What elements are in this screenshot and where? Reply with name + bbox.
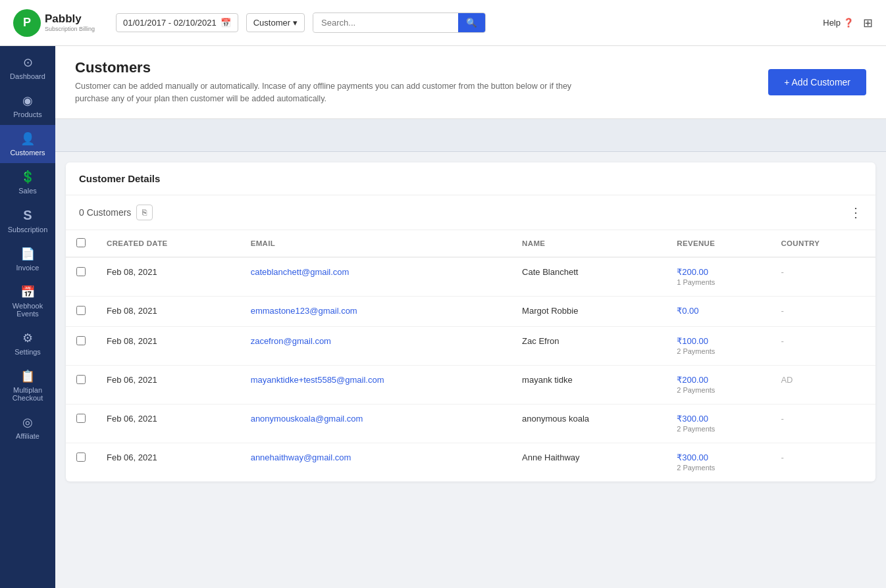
email-link[interactable]: annehaithway@gmail.com [251, 453, 352, 462]
col-name: NAME [511, 230, 666, 257]
revenue-amount: ₹200.00 [677, 267, 708, 277]
email-link[interactable]: anonymouskoala@gmail.com [251, 414, 363, 424]
row-select-checkbox[interactable] [76, 375, 86, 384]
cell-name: anonymous koala [511, 404, 666, 443]
row-select-checkbox[interactable] [76, 267, 86, 276]
sidebar-item-products[interactable]: ◉ Products [0, 87, 55, 125]
country-value: AD [781, 375, 793, 385]
sidebar-item-customers[interactable]: 👤 Customers [0, 125, 55, 163]
sidebar-item-settings[interactable]: ⚙ Settings [0, 324, 55, 362]
content-area: Customers Customer can be added manually… [55, 46, 886, 588]
payments-label: 2 Payments [677, 347, 715, 355]
customer-details-card: Customer Details 0 Customers ⎘ ⋮ CREATED… [66, 162, 875, 481]
more-options-button[interactable]: ⋮ [849, 206, 862, 219]
date-picker[interactable]: 01/01/2017 - 02/10/2021 📅 [116, 13, 238, 32]
email-link[interactable]: mayanktidke+test5585@gmail.com [251, 375, 384, 385]
sidebar-label-sales: Sales [18, 187, 37, 195]
cell-created-date: Feb 08, 2021 [96, 257, 240, 297]
col-revenue: REVENUE [666, 230, 770, 257]
payments-label: 2 Payments [677, 464, 715, 472]
customer-details-title: Customer Details [66, 162, 875, 195]
webhook-icon: 📅 [20, 285, 35, 299]
sidebar-item-subscription[interactable]: S Subscription [0, 201, 55, 240]
table-card-toolbar: 0 Customers ⎘ ⋮ [66, 195, 875, 230]
date-range-value: 01/01/2017 - 02/10/2021 [123, 18, 217, 28]
select-all-checkbox[interactable] [76, 238, 86, 247]
row-select-checkbox[interactable] [76, 414, 86, 423]
sidebar-label-multiplan: Multiplan Checkout [4, 386, 51, 402]
customers-icon: 👤 [20, 132, 35, 146]
page-header-left: Customers Customer can be added manually… [75, 59, 588, 105]
cell-country: AD [770, 365, 875, 404]
brand-name: Pabbly [45, 12, 95, 26]
cell-revenue: ₹200.00 1 Payments [666, 257, 770, 297]
country-value: - [781, 336, 783, 346]
cell-created-date: Feb 06, 2021 [96, 443, 240, 481]
sidebar-item-multiplan-checkout[interactable]: 📋 Multiplan Checkout [0, 362, 55, 408]
cell-revenue: ₹100.00 2 Payments [666, 326, 770, 365]
sidebar-label-invoice: Invoice [16, 264, 39, 272]
help-button[interactable]: Help ❓ [823, 18, 854, 28]
row-select-checkbox[interactable] [76, 453, 86, 462]
col-country: COUNTRY [770, 230, 875, 257]
sidebar-item-dashboard[interactable]: ⊙ Dashboard [0, 49, 55, 87]
payments-label: 2 Payments [677, 386, 715, 394]
cell-created-date: Feb 08, 2021 [96, 326, 240, 365]
table-header-row: CREATED DATE EMAIL NAME REVENUE COUNTRY [66, 230, 875, 257]
topbar: P Pabbly Subscription Billing 01/01/2017… [0, 0, 886, 46]
sidebar-item-invoice[interactable]: 📄 Invoice [0, 240, 55, 278]
revenue-amount: ₹300.00 [677, 453, 708, 462]
sidebar-label-affiliate: Affiliate [16, 432, 39, 440]
grid-icon[interactable]: ⊞ [863, 16, 873, 30]
logo-text: Pabbly Subscription Billing [45, 12, 95, 33]
row-checkbox [66, 404, 96, 443]
sidebar-label-customers: Customers [10, 149, 45, 157]
payments-label: 1 Payments [677, 278, 715, 286]
sidebar-item-affiliate[interactable]: ◎ Affiliate [0, 408, 55, 447]
export-button[interactable]: ⎘ [136, 205, 153, 220]
row-checkbox [66, 326, 96, 365]
col-created-date: CREATED DATE [96, 230, 240, 257]
cell-email: cateblanchett@gmail.com [240, 257, 511, 297]
add-customer-button[interactable]: + Add Customer [768, 69, 866, 95]
customers-table: CREATED DATE EMAIL NAME REVENUE COUNTRY … [66, 230, 875, 481]
search-type-label: Customer [253, 18, 290, 28]
cell-revenue: ₹0.00 [666, 296, 770, 326]
main-layout: ⊙ Dashboard ◉ Products 👤 Customers 💲 Sal… [0, 46, 886, 588]
page-title: Customers [75, 59, 588, 76]
cell-created-date: Feb 06, 2021 [96, 365, 240, 404]
table-row: Feb 06, 2021 annehaithway@gmail.com Anne… [66, 443, 875, 481]
country-value: - [781, 453, 783, 462]
row-select-checkbox[interactable] [76, 306, 86, 315]
revenue-amount: ₹200.00 [677, 375, 708, 385]
table-row: Feb 08, 2021 emmastone123@gmail.com Marg… [66, 296, 875, 326]
search-button[interactable]: 🔍 [458, 13, 485, 32]
email-link[interactable]: zacefron@gmail.com [251, 336, 331, 346]
row-checkbox [66, 257, 96, 297]
page-description: Customer can be added manually or automa… [75, 80, 588, 105]
filter-bar [55, 119, 886, 152]
row-checkbox [66, 365, 96, 404]
cell-name: Zac Efron [511, 326, 666, 365]
sidebar: ⊙ Dashboard ◉ Products 👤 Customers 💲 Sal… [0, 46, 55, 588]
cell-country: - [770, 296, 875, 326]
sidebar-item-webhook-events[interactable]: 📅 Webhook Events [0, 278, 55, 324]
logo: P Pabbly Subscription Billing [13, 9, 95, 37]
cell-country: - [770, 257, 875, 297]
customer-count-area: 0 Customers ⎘ [79, 205, 153, 220]
email-link[interactable]: emmastone123@gmail.com [251, 306, 357, 316]
email-link[interactable]: cateblanchett@gmail.com [251, 267, 350, 277]
cell-email: zacefron@gmail.com [240, 326, 511, 365]
revenue-amount: ₹100.00 [677, 336, 708, 346]
invoice-icon: 📄 [20, 247, 35, 261]
topbar-right: Help ❓ ⊞ [823, 16, 873, 30]
search-type-dropdown[interactable]: Customer ▾ [246, 13, 305, 32]
row-select-checkbox[interactable] [76, 336, 86, 345]
table-row: Feb 06, 2021 mayanktidke+test5585@gmail.… [66, 365, 875, 404]
sidebar-item-sales[interactable]: 💲 Sales [0, 163, 55, 201]
brand-sub: Subscription Billing [45, 26, 95, 33]
cell-name: mayank tidke [511, 365, 666, 404]
cell-name: Margot Robbie [511, 296, 666, 326]
search-input[interactable] [313, 14, 458, 32]
cell-revenue: ₹300.00 2 Payments [666, 443, 770, 481]
